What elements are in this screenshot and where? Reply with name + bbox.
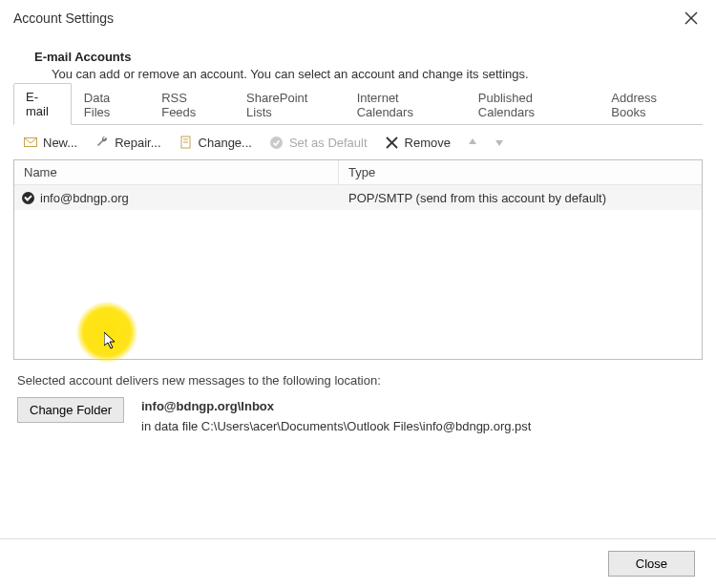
delivery-folder-row: Change Folder info@bdngp.org\Inbox in da… [17,397,703,437]
change-folder-button[interactable]: Change Folder [17,397,124,423]
account-name: info@bdngp.org [40,191,129,205]
account-name-cell: info@bdngp.org [14,191,339,205]
tab-sharepoint-lists[interactable]: SharePoint Lists [234,84,345,125]
delivery-intro: Selected account delivers new messages t… [17,373,699,388]
account-settings-window: Account Settings E-mail Accounts You can… [0,0,716,588]
svg-marker-9 [469,138,476,144]
content-area: E-mail Data Files RSS Feeds SharePoint L… [0,98,716,437]
close-button[interactable]: Close [608,551,695,577]
tab-published-calendars[interactable]: Published Calendars [466,84,599,125]
svg-marker-10 [495,140,503,146]
delivery-folder-path: info@bdngp.org\Inbox [141,399,274,413]
toolbar: New... Repair... Change... Set as Defaul… [13,125,703,159]
accounts-list: Name Type info@bdngp.org POP/SMTP (send … [13,159,703,360]
close-icon[interactable] [676,4,706,32]
column-header-name[interactable]: Name [14,160,339,184]
table-row[interactable]: info@bdngp.org POP/SMTP (send from this … [14,185,702,210]
header-title: E-mail Accounts [34,50,682,64]
svg-point-6 [270,136,283,149]
tab-rss-feeds[interactable]: RSS Feeds [149,84,234,125]
wrench-icon [95,135,110,150]
new-button[interactable]: New... [19,133,81,152]
move-down-icon [491,135,508,150]
remove-x-icon [385,135,400,150]
footer: Close [0,538,716,588]
set-default-label: Set as Default [289,136,368,150]
delivery-path: info@bdngp.org\Inbox in data file C:\Use… [141,397,531,437]
document-icon [179,135,194,150]
account-type-cell: POP/SMTP (send from this account by defa… [339,191,702,205]
column-header-type[interactable]: Type [339,165,702,179]
header-description: You can add or remove an account. You ca… [52,67,682,81]
remove-label: Remove [405,136,451,150]
envelope-icon [23,135,38,150]
default-check-icon [22,192,34,204]
change-button[interactable]: Change... [175,133,256,152]
repair-label: Repair... [115,136,160,150]
move-up-icon [464,135,481,150]
tabstrip: E-mail Data Files RSS Feeds SharePoint L… [13,98,703,125]
list-header: Name Type [14,160,702,185]
delivery-data-file: in data file C:\Users\acer\Documents\Out… [141,419,531,433]
titlebar: Account Settings [0,0,716,36]
tab-data-files[interactable]: Data Files [72,84,149,125]
tab-email[interactable]: E-mail [13,83,72,125]
tab-address-books[interactable]: Address Books [599,84,703,125]
remove-button[interactable]: Remove [381,133,454,152]
set-default-button: Set as Default [265,133,371,152]
new-label: New... [43,136,77,150]
repair-button[interactable]: Repair... [91,133,164,152]
change-label: Change... [199,136,252,150]
window-title: Account Settings [13,10,114,26]
check-circle-icon [269,135,284,150]
tab-internet-calendars[interactable]: Internet Calendars [345,84,466,125]
